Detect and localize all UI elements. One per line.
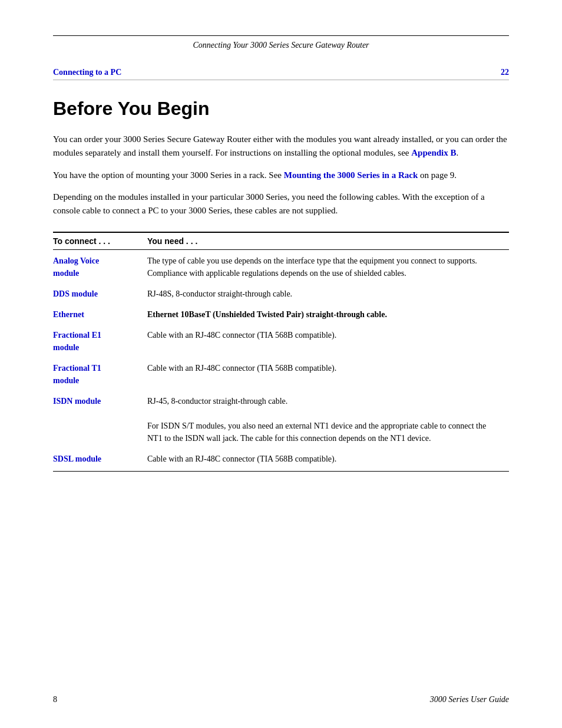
table-row: Fractional E1module Cable with an RJ-48C…: [53, 324, 509, 357]
toc-link[interactable]: Connecting to a PC: [53, 68, 121, 77]
mounting-link[interactable]: Mounting the 3000 Series in a Rack: [284, 170, 418, 180]
table-cell-value: RJ-48S, 8-conductor straight-through cab…: [147, 283, 509, 304]
cables-table: To connect . . . You need . . . Analog V…: [53, 232, 509, 472]
table-cell-link[interactable]: Fractional T1module: [53, 357, 147, 390]
cables-table-container: To connect . . . You need . . . Analog V…: [53, 232, 509, 472]
table-cell-value: Cable with an RJ-48C connector (TIA 568B…: [147, 357, 509, 390]
table-row: Analog Voicemodule The type of cable you…: [53, 250, 509, 284]
section-title: Before You Begin: [53, 98, 509, 120]
footer-guide-title: 3000 Series User Guide: [430, 695, 509, 704]
table-row: ISDN module RJ-45, 8-conductor straight-…: [53, 390, 509, 448]
table-cell-link[interactable]: ISDN module: [53, 390, 147, 448]
paragraph-3-text: Depending on the modules installed in yo…: [53, 192, 485, 215]
paragraph-3: Depending on the modules installed in yo…: [53, 190, 509, 218]
appendix-b-link[interactable]: Appendix B: [411, 148, 456, 157]
paragraph-1: You can order your 3000 Series Secure Ga…: [53, 133, 509, 160]
table-row: Fractional T1module Cable with an RJ-48C…: [53, 357, 509, 390]
table-header-row: To connect . . . You need . . .: [53, 232, 509, 250]
table-cell-link[interactable]: DDS module: [53, 283, 147, 304]
paragraph-2-text: You have the option of mounting your 300…: [53, 170, 284, 180]
table-row: SDSL module Cable with an RJ-48C connect…: [53, 448, 509, 472]
table-cell-value: Cable with an RJ-48C connector (TIA 568B…: [147, 448, 509, 472]
header-rule: [53, 35, 509, 36]
table-cell-value: Cable with an RJ-48C connector (TIA 568B…: [147, 324, 509, 357]
table-row: DDS module RJ-48S, 8-conductor straight-…: [53, 283, 509, 304]
page: Connecting Your 3000 Series Secure Gatew…: [0, 0, 562, 728]
table-row: Ethernet Ethernet 10BaseT (Unshielded Tw…: [53, 304, 509, 324]
paragraph-1-end: .: [457, 148, 459, 157]
header-title: Connecting Your 3000 Series Secure Gatew…: [53, 41, 509, 50]
table-cell-link[interactable]: Fractional E1module: [53, 324, 147, 357]
table-cell-value: The type of cable you use depends on the…: [147, 250, 509, 284]
table-cell-link[interactable]: SDSL module: [53, 448, 147, 472]
paragraph-2-end: on page 9.: [418, 170, 457, 180]
toc-page-number: 22: [501, 68, 509, 77]
col1-header: To connect . . .: [53, 232, 147, 250]
toc-line: Connecting to a PC 22: [53, 68, 509, 80]
footer-page-number: 8: [53, 695, 57, 704]
table-cell-value: RJ-45, 8-conductor straight-through cabl…: [147, 390, 509, 448]
table-cell-link[interactable]: Ethernet: [53, 304, 147, 324]
table-cell-value: Ethernet 10BaseT (Unshielded Twisted Pai…: [147, 304, 509, 324]
paragraph-2: You have the option of mounting your 300…: [53, 169, 509, 182]
table-cell-link[interactable]: Analog Voicemodule: [53, 250, 147, 284]
footer: 8 3000 Series User Guide: [53, 695, 509, 704]
col2-header: You need . . .: [147, 232, 509, 250]
